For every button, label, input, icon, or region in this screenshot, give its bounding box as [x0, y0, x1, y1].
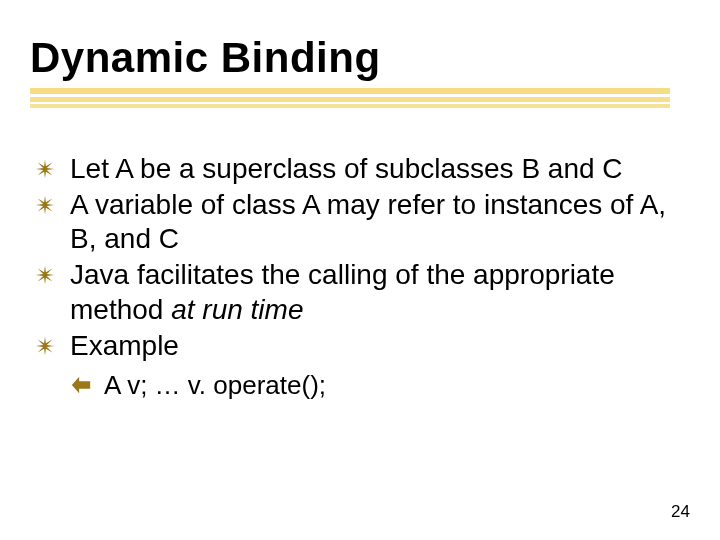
bullet-item: A variable of class A may refer to insta… [34, 188, 690, 256]
bullet-text: Java facilitates the calling of the appr… [70, 259, 615, 324]
bullet-text: Let A be a superclass of subclasses B an… [70, 153, 623, 184]
title-underline [30, 88, 670, 110]
svg-marker-4 [72, 377, 90, 394]
sub-bullet-list: A v; … v. operate(); [30, 369, 690, 403]
svg-marker-2 [36, 266, 54, 284]
burst-icon [34, 194, 56, 216]
svg-marker-0 [36, 160, 54, 178]
burst-icon [34, 158, 56, 180]
bullet-text-em: at run time [171, 294, 303, 325]
slide-title: Dynamic Binding [30, 34, 690, 82]
sub-bullet-text: A v; … v. operate(); [104, 370, 326, 400]
sub-bullet-item: A v; … v. operate(); [30, 369, 690, 403]
bullet-text: Example [70, 330, 179, 361]
page-number: 24 [671, 502, 690, 522]
slide: Dynamic Binding Let A be a superclass of… [0, 0, 720, 540]
bullet-item: Example [34, 329, 690, 363]
bullet-text: A variable of class A may refer to insta… [70, 189, 666, 254]
bullet-list: Let A be a superclass of subclasses B an… [30, 152, 690, 363]
arrow-left-icon [70, 374, 92, 396]
svg-marker-1 [36, 196, 54, 214]
burst-icon [34, 335, 56, 357]
bullet-item: Java facilitates the calling of the appr… [34, 258, 690, 326]
svg-marker-3 [36, 337, 54, 355]
bullet-item: Let A be a superclass of subclasses B an… [34, 152, 690, 186]
burst-icon [34, 264, 56, 286]
